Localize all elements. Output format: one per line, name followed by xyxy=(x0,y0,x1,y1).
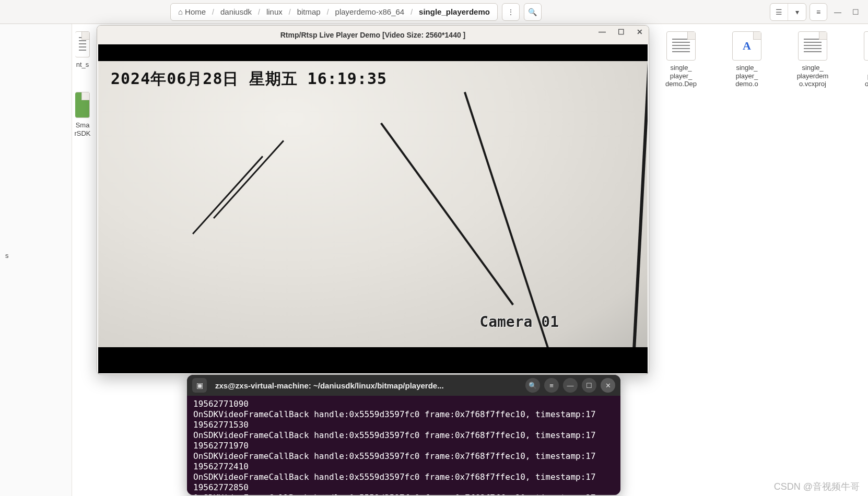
terminal-title: zxs@zxs-virtual-machine: ~/daniusdk/linu… xyxy=(215,381,444,390)
file-label: Sma rSDK xyxy=(74,121,90,137)
breadcrumb-part-2[interactable]: bitmap xyxy=(292,7,326,16)
wall-edge xyxy=(632,61,648,347)
maximize-button[interactable]: ☐ xyxy=(848,5,863,19)
osd-camera-label: Camera 01 xyxy=(479,313,559,330)
file-item-partial-0[interactable]: nt_s xyxy=(72,31,93,69)
close-icon: ✕ xyxy=(605,382,611,389)
search-icon: 🔍 xyxy=(529,382,537,389)
file-label: single_ player_ demo.Dep xyxy=(665,64,697,88)
terminal-window: ▣ zxs@zxs-virtual-machine: ~/daniusdk/li… xyxy=(187,375,620,495)
list-icon: ☰ xyxy=(776,8,782,16)
hamburger-icon: ≡ xyxy=(549,382,554,389)
file-item-1[interactable]: A single_ player_ demo.o xyxy=(722,31,772,88)
player-title-text: Rtmp/Rtsp Live Player Demo [Video Size: … xyxy=(280,31,466,39)
terminal-icon: ▣ xyxy=(196,381,203,389)
maximize-icon: ☐ xyxy=(852,8,859,16)
breadcrumb-current[interactable]: single_playerdemo xyxy=(414,7,495,16)
text-file-icon xyxy=(666,31,696,61)
breadcrumb-home-label: Home xyxy=(185,7,206,16)
breadcrumb-separator: / xyxy=(257,8,261,16)
chevron-down-icon: ▾ xyxy=(795,8,799,16)
terminal-menu-button[interactable]: ≡ xyxy=(544,378,559,393)
text-file-icon xyxy=(798,31,827,61)
hamburger-icon: ≡ xyxy=(816,8,820,16)
sidebar-item[interactable]: s xyxy=(0,249,72,263)
file-item-partial-1[interactable]: Sma rSDK xyxy=(72,92,93,137)
breadcrumb-separator: / xyxy=(288,8,292,16)
breadcrumb-separator: / xyxy=(211,8,215,16)
search-button[interactable]: 🔍 xyxy=(524,3,542,21)
player-titlebar[interactable]: Rtmp/Rtsp Live Player Demo [Video Size: … xyxy=(97,26,649,44)
breadcrumb-home[interactable]: ⌂Home xyxy=(173,7,211,16)
minimize-icon: — xyxy=(567,382,574,389)
minimize-icon: — xyxy=(834,8,841,16)
maximize-icon: ☐ xyxy=(586,382,592,389)
file-grid-right: single_ player_ demo.Dep A single_ playe… xyxy=(656,31,868,88)
ceiling-beam xyxy=(380,123,514,305)
file-label: single_ playerd o.vcxproj xyxy=(865,64,868,88)
terminal-header-controls: 🔍 ≡ — ☐ ✕ xyxy=(525,378,615,393)
terminal-new-tab-button[interactable]: ▣ xyxy=(192,378,207,393)
view-mode-pill: ☰ ▾ xyxy=(770,3,806,21)
file-icon xyxy=(75,31,90,57)
hamburger-menu-button[interactable]: ≡ xyxy=(810,3,827,21)
list-view-button[interactable]: ☰ xyxy=(770,4,788,20)
player-maximize-button[interactable]: ☐ xyxy=(615,28,627,36)
terminal-maximize-button[interactable]: ☐ xyxy=(582,378,596,393)
file-item-3[interactable]: single_ playerd o.vcxproj xyxy=(853,31,868,88)
text-file-icon xyxy=(864,31,868,61)
breadcrumb-separator: / xyxy=(409,8,414,16)
search-icon: 🔍 xyxy=(528,8,537,16)
file-item-2[interactable]: single_ playerdem o.vcxproj xyxy=(788,31,838,88)
file-label: single_ player_ demo.o xyxy=(735,64,758,88)
header-right-controls: ☰ ▾ ≡ — ☐ xyxy=(770,3,863,21)
player-close-button[interactable]: ✕ xyxy=(634,28,646,36)
ceiling-beam xyxy=(464,92,549,347)
player-minimize-button[interactable]: — xyxy=(596,28,608,36)
file-item-0[interactable]: single_ player_ demo.Dep xyxy=(656,31,706,88)
terminal-close-button[interactable]: ✕ xyxy=(601,378,615,393)
osd-timestamp: 2024年06月28日 星期五 16:19:35 xyxy=(111,68,387,90)
file-label: single_ playerdem o.vcxproj xyxy=(797,64,829,88)
file-manager-sidebar: s xyxy=(0,24,72,496)
csdn-watermark: CSDN @音视频牛哥 xyxy=(774,480,860,493)
kebab-icon: ⋮ xyxy=(507,8,514,16)
file-grid-left-partial: nt_s xyxy=(72,31,93,69)
player-window: Rtmp/Rtsp Live Player Demo [Video Size: … xyxy=(97,25,649,375)
richtext-file-icon: A xyxy=(732,31,761,61)
terminal-minimize-button[interactable]: — xyxy=(563,378,578,393)
terminal-header[interactable]: ▣ zxs@zxs-virtual-machine: ~/daniusdk/li… xyxy=(187,375,620,396)
file-icon xyxy=(75,92,90,118)
file-grid-left-partial2: Sma rSDK xyxy=(72,92,93,137)
video-area: 2024年06月28日 星期五 16:19:35 Camera 01 xyxy=(98,44,648,373)
fixture-edge xyxy=(213,140,284,219)
terminal-body[interactable]: 19562771090 OnSDKVideoFrameCallBack hand… xyxy=(187,396,620,495)
home-icon: ⌂ xyxy=(178,7,183,16)
minimize-button[interactable]: — xyxy=(830,5,845,19)
terminal-search-button[interactable]: 🔍 xyxy=(525,378,540,393)
breadcrumb-separator: / xyxy=(326,8,330,16)
more-options-button[interactable]: ⋮ xyxy=(502,3,520,21)
breadcrumb-part-0[interactable]: daniusdk xyxy=(215,7,257,16)
file-manager-header: ⌂Home / daniusdk / linux / bitmap / play… xyxy=(0,0,868,24)
breadcrumb: ⌂Home / daniusdk / linux / bitmap / play… xyxy=(170,3,498,21)
fixture-edge xyxy=(192,156,263,234)
breadcrumb-part-3[interactable]: playerdemo-x86_64 xyxy=(330,7,410,16)
video-frame: 2024年06月28日 星期五 16:19:35 Camera 01 xyxy=(98,61,648,347)
view-dropdown-button[interactable]: ▾ xyxy=(788,4,806,20)
file-label: nt_s xyxy=(76,61,89,69)
breadcrumb-part-1[interactable]: linux xyxy=(261,7,288,16)
player-window-controls: — ☐ ✕ xyxy=(596,28,646,36)
